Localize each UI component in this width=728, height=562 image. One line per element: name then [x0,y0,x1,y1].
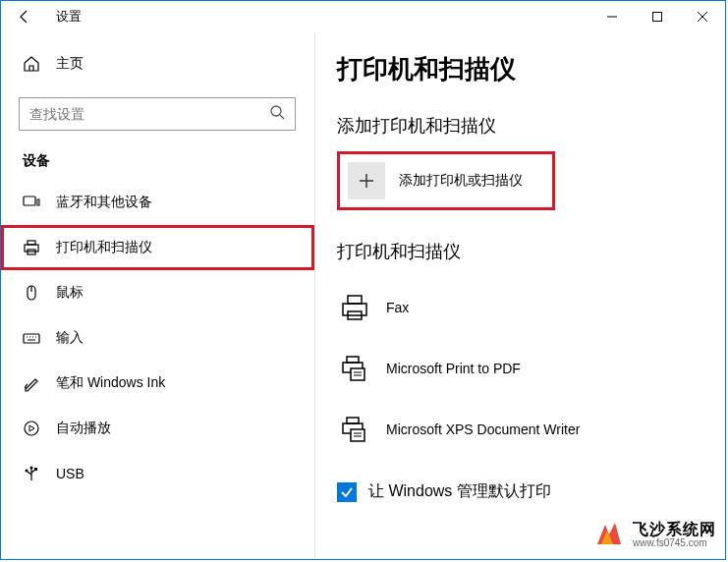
fax-icon [337,290,372,325]
svg-point-19 [25,422,38,435]
sidebar-item-label: 蓝牙和其他设备 [56,194,152,211]
svg-rect-36 [351,429,364,441]
printer-doc-icon [337,412,372,447]
sidebar-item-pen[interactable]: 笔和 Windows Ink [1,361,314,406]
close-icon [698,12,707,22]
check-icon [340,485,354,499]
home-label: 主页 [56,55,84,73]
settings-window: 设置 主页 [0,0,726,560]
pen-icon [23,374,40,392]
svg-rect-31 [351,368,364,380]
device-label: Microsoft Print to PDF [386,361,521,376]
svg-rect-30 [347,357,359,363]
watermark: 飞沙系统网 www.fs0745.com [591,517,716,552]
svg-rect-27 [348,296,362,304]
search-icon [269,104,285,124]
window-controls [589,1,725,32]
svg-rect-26 [343,304,366,315]
search-wrap [1,85,314,146]
printer-doc-icon [337,351,372,386]
svg-point-23 [26,470,28,473]
content-panel: 打印机和扫描仪 添加打印机和扫描仪 添加打印机或扫描仪 打印机和扫描仪 Fax [315,32,725,559]
list-section-title: 打印机和扫描仪 [337,240,725,263]
sidebar-item-label: 打印机和扫描仪 [56,239,152,256]
close-button[interactable] [680,1,725,32]
svg-rect-6 [24,197,35,205]
home-button[interactable]: 主页 [1,42,314,85]
arrow-left-icon [17,9,32,25]
sidebar-item-usb[interactable]: USB [1,451,314,496]
watermark-title: 飞沙系统网 [633,521,716,538]
svg-line-5 [280,115,284,119]
svg-rect-9 [28,241,35,245]
watermark-url: www.fs0745.com [633,537,716,548]
svg-rect-8 [25,245,38,252]
add-printer-button[interactable]: 添加打印机或扫描仪 [337,151,555,210]
sidebar-item-label: USB [56,466,84,481]
sidebar-item-autoplay[interactable]: 自动播放 [1,406,314,451]
device-xps-writer[interactable]: Microsoft XPS Document Writer [337,399,725,460]
svg-point-21 [30,467,33,470]
sidebar-item-printers[interactable]: 打印机和扫描仪 [1,225,314,270]
bluetooth-icon [23,194,40,211]
add-printer-label: 添加打印机或扫描仪 [399,172,523,190]
svg-rect-7 [37,199,39,205]
home-icon [23,55,40,73]
mouse-icon [23,284,40,302]
svg-rect-22 [34,468,37,471]
svg-rect-13 [24,334,39,343]
sidebar: 主页 设备 蓝牙和其他设备 [1,32,315,559]
default-printer-checkbox[interactable] [337,482,357,502]
printer-icon [23,239,40,256]
plus-icon [348,162,385,199]
device-label: Microsoft XPS Document Writer [386,422,580,437]
watermark-logo-icon [591,517,627,552]
sidebar-item-label: 自动播放 [56,420,111,437]
svg-rect-1 [653,13,662,22]
device-label: Fax [386,300,409,315]
default-printer-checkbox-row: 让 Windows 管理默认打印 [337,481,725,502]
usb-icon [23,465,40,482]
search-input[interactable] [29,106,269,122]
add-section-title: 添加打印机和扫描仪 [337,114,725,138]
minimize-icon [607,12,617,22]
autoplay-icon [23,420,40,437]
search-box[interactable] [19,97,296,131]
sidebar-item-label: 输入 [56,329,84,347]
sidebar-item-label: 笔和 Windows Ink [56,374,165,392]
maximize-icon [652,12,662,22]
body: 主页 设备 蓝牙和其他设备 [1,32,725,559]
sidebar-item-bluetooth[interactable]: 蓝牙和其他设备 [1,180,314,225]
minimize-button[interactable] [589,1,635,32]
device-fax[interactable]: Fax [337,277,725,338]
sidebar-item-label: 鼠标 [56,284,84,302]
svg-rect-35 [347,418,359,423]
checkbox-label: 让 Windows 管理默认打印 [368,481,551,502]
titlebar: 设置 [1,1,725,32]
device-print-pdf[interactable]: Microsoft Print to PDF [337,338,725,399]
maximize-button[interactable] [635,1,680,32]
page-title: 打印机和扫描仪 [337,52,725,86]
keyboard-icon [23,329,40,347]
svg-point-4 [271,106,281,116]
sidebar-item-typing[interactable]: 输入 [1,315,314,361]
sidebar-item-mouse[interactable]: 鼠标 [1,270,314,315]
window-title: 设置 [56,8,82,26]
section-header: 设备 [1,146,314,180]
back-button[interactable] [11,3,38,30]
